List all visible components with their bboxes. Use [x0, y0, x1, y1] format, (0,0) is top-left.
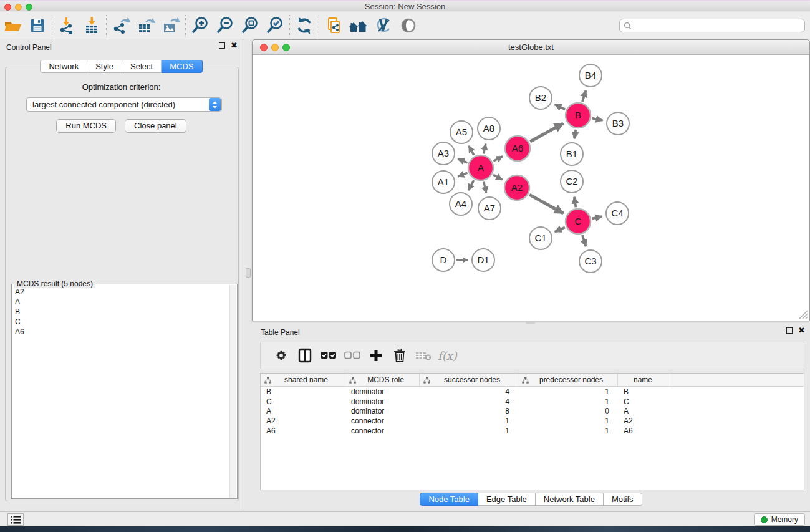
edge-A-A3[interactable]: [458, 159, 467, 163]
edge-C-C2[interactable]: [574, 197, 576, 208]
clear-table-icon[interactable]: [412, 344, 435, 367]
export-image-icon[interactable]: [158, 14, 183, 37]
table-cell[interactable]: A6: [261, 427, 345, 435]
duplicate-network-icon[interactable]: [321, 14, 346, 37]
result-item-a2[interactable]: A2: [12, 287, 229, 297]
open-folder-icon[interactable]: [0, 14, 25, 37]
table-cell[interactable]: dominator: [345, 407, 420, 415]
export-table-icon[interactable]: [133, 14, 158, 37]
table-cell[interactable]: 4: [420, 397, 518, 406]
edge-A-A5[interactable]: [469, 146, 474, 155]
table-cell[interactable]: A2: [618, 417, 672, 425]
edge-A-A1[interactable]: [458, 173, 467, 177]
table-cell[interactable]: B: [261, 387, 345, 396]
column-header-name[interactable]: name: [618, 374, 672, 386]
table-cell[interactable]: dominator: [345, 387, 420, 396]
table-cell[interactable]: 1: [518, 417, 618, 425]
table-cell[interactable]: 1: [420, 417, 518, 425]
vertical-split-grip[interactable]: [246, 268, 251, 278]
table-row[interactable]: Bdominator41B: [261, 387, 804, 397]
column-header-mcds-role[interactable]: MCDS role: [345, 374, 420, 386]
delete-column-icon[interactable]: [388, 344, 412, 367]
tab-network[interactable]: Network: [40, 60, 87, 73]
home-icon[interactable]: [346, 14, 371, 37]
table-row[interactable]: Adominator80A: [261, 407, 804, 417]
optimization-criterion-select[interactable]: largest connected component (directed): [26, 97, 222, 112]
settings-gear-icon[interactable]: [269, 344, 293, 367]
edge-A2-C[interactable]: [529, 195, 563, 213]
save-icon[interactable]: [25, 14, 50, 37]
refresh-icon[interactable]: [292, 14, 317, 37]
column-layout-icon[interactable]: [293, 344, 317, 367]
table-row[interactable]: Cdominator41C: [261, 397, 804, 407]
edge-A-A7[interactable]: [484, 182, 486, 193]
task-history-button[interactable]: [7, 513, 24, 526]
export-network-icon[interactable]: [108, 14, 133, 37]
edge-B-B1[interactable]: [574, 130, 576, 139]
zoom-in-icon[interactable]: [188, 14, 213, 37]
table-cell[interactable]: C: [618, 397, 672, 406]
table-cell[interactable]: connector: [345, 427, 420, 435]
edge-A6-B[interactable]: [530, 123, 563, 142]
table-cell[interactable]: A: [261, 407, 345, 415]
canvas-resize-grip[interactable]: [799, 311, 808, 319]
tab-mcds[interactable]: MCDS: [162, 60, 202, 73]
tab-node-table[interactable]: Node Table: [420, 493, 478, 506]
run-mcds-button[interactable]: Run MCDS: [56, 119, 116, 133]
eye-icon[interactable]: [396, 14, 421, 37]
result-scrollbar[interactable]: [229, 285, 236, 498]
close-panel-button[interactable]: Close panel: [125, 119, 186, 133]
import-table-icon[interactable]: [79, 14, 104, 37]
function-icon[interactable]: f(x): [435, 344, 457, 367]
search-input[interactable]: [632, 20, 804, 31]
float-panel-icon[interactable]: [219, 42, 225, 49]
table-cell[interactable]: 0: [518, 407, 618, 415]
column-header-successor-nodes[interactable]: successor nodes: [420, 374, 518, 386]
network-canvas[interactable]: B4B2BB3A8A5A6A3B1AC2A1A2A4A7C4CC1DD1C3: [253, 55, 809, 321]
deselect-all-icon[interactable]: [340, 344, 364, 367]
table-row[interactable]: A2connector11A2: [261, 416, 804, 426]
edge-A-A4[interactable]: [468, 180, 474, 190]
edge-A-A6[interactable]: [493, 157, 503, 162]
zoom-selected-icon[interactable]: [263, 14, 287, 37]
toggle-style-icon[interactable]: [371, 14, 396, 37]
edge-B-B4[interactable]: [582, 90, 586, 102]
tab-style[interactable]: Style: [87, 60, 122, 73]
column-header-predecessor-nodes[interactable]: predecessor nodes: [518, 374, 618, 386]
table-cell[interactable]: 4: [420, 387, 518, 396]
table-cell[interactable]: A2: [261, 417, 345, 425]
table-cell[interactable]: 1: [518, 387, 618, 396]
result-item-a[interactable]: A: [12, 297, 229, 307]
table-cell[interactable]: C: [261, 397, 345, 406]
table-cell[interactable]: 1: [420, 427, 518, 435]
edge-C-C1[interactable]: [555, 227, 565, 231]
table-cell[interactable]: A6: [618, 427, 672, 435]
result-item-a6[interactable]: A6: [12, 327, 229, 337]
zoom-fit-icon[interactable]: [238, 14, 263, 37]
close-table-panel-icon[interactable]: ✖: [798, 327, 805, 334]
table-cell[interactable]: 1: [518, 427, 618, 435]
zoom-out-icon[interactable]: [213, 14, 238, 37]
float-table-panel-icon[interactable]: [786, 327, 793, 334]
table-cell[interactable]: dominator: [345, 397, 420, 406]
select-all-icon[interactable]: [317, 344, 340, 367]
column-header-shared-name[interactable]: shared name: [261, 374, 345, 386]
tab-network-table[interactable]: Network Table: [536, 493, 604, 506]
edge-B-B3[interactable]: [592, 118, 603, 120]
close-panel-icon[interactable]: ✖: [231, 42, 238, 49]
tab-select[interactable]: Select: [122, 60, 162, 73]
tab-motifs[interactable]: Motifs: [604, 493, 642, 506]
table-cell[interactable]: 1: [518, 397, 618, 406]
result-item-b[interactable]: B: [12, 307, 229, 317]
table-cell[interactable]: connector: [345, 417, 420, 425]
edge-B-B2[interactable]: [555, 105, 566, 110]
import-network-icon[interactable]: [54, 14, 79, 37]
memory-button[interactable]: Memory: [754, 513, 805, 526]
edge-A-A8[interactable]: [484, 144, 486, 154]
edge-C-C4[interactable]: [592, 216, 602, 218]
table-cell[interactable]: B: [618, 387, 672, 396]
table-cell[interactable]: A: [618, 407, 672, 415]
table-row[interactable]: A6connector11A6: [261, 426, 804, 436]
table-cell[interactable]: 8: [420, 407, 518, 415]
edge-C-C3[interactable]: [582, 235, 586, 246]
